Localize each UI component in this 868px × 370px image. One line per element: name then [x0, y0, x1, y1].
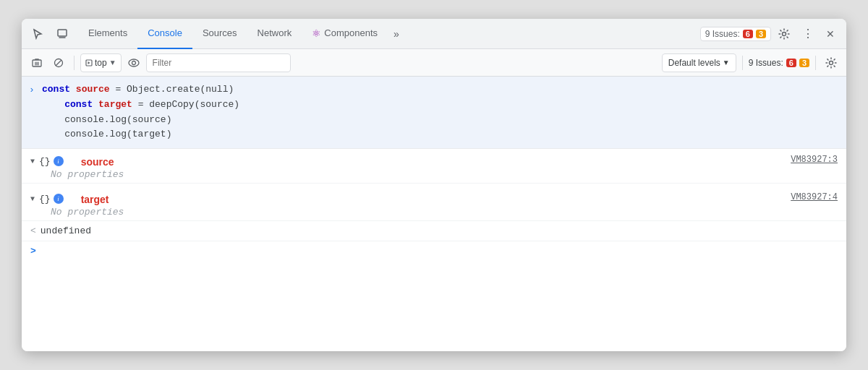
error-count-badge: 6 [743, 30, 753, 38]
code-line-1: const source = Object.create(null) [42, 82, 838, 98]
block-btn[interactable] [49, 53, 68, 72]
console-toolbar: top ▼ Default levels ▼ 9 Issues: 6 3 [22, 49, 846, 77]
issues-badge[interactable]: 9 Issues: 6 3 [700, 27, 771, 41]
dots-icon: ⋮ [802, 27, 813, 40]
tab-bar-right: 9 Issues: 6 3 ⋮ ✕ [700, 24, 841, 44]
clear-icon [32, 58, 42, 68]
eye-icon [128, 59, 140, 67]
console-settings-btn[interactable] [822, 53, 841, 72]
code-line-3: console.log(source) [42, 113, 838, 128]
console-output: › const source = Object.create(null) con… [22, 77, 846, 351]
obj1-no-props: No properties [30, 168, 838, 180]
close-icon: ✕ [826, 28, 835, 40]
settings-icon [778, 28, 790, 40]
context-selector[interactable]: top ▼ [80, 53, 122, 72]
svg-point-4 [129, 59, 139, 66]
code-line-4: console.log(target) [42, 127, 838, 142]
obj2-info-icon[interactable]: i [54, 194, 64, 204]
prompt-arrow: > [30, 246, 36, 257]
obj1-vm-link[interactable]: VM83927:3 [791, 155, 838, 165]
more-options-btn[interactable]: ⋮ [797, 24, 817, 44]
prompt-row[interactable]: > [22, 241, 846, 261]
code-line-2: const target = deepCopy(source) [42, 98, 838, 113]
undefined-row: < undefined [22, 221, 846, 241]
toolbar-divider-3 [815, 56, 816, 70]
tab-network[interactable]: Network [247, 19, 302, 49]
issues-count-toolbar[interactable]: 9 Issues: 6 3 [749, 58, 809, 68]
obj2-label: target [81, 194, 109, 205]
tab-console[interactable]: Console [137, 19, 192, 49]
obj1-label: source [81, 156, 114, 168]
eye-btn[interactable] [124, 53, 143, 72]
toolbar-divider-2 [742, 56, 743, 70]
tab-more-btn[interactable]: » [388, 19, 405, 49]
play-icon [85, 59, 93, 66]
obj2-vm-link[interactable]: VM83927:4 [791, 192, 838, 202]
warning-count-badge: 3 [756, 30, 766, 38]
undefined-text: undefined [41, 225, 91, 236]
obj1-content: ▼ {} i source No properties [30, 155, 838, 180]
issues-label-toolbar: 9 Issues: [749, 58, 783, 68]
tab-components[interactable]: ⚛ Components [302, 19, 388, 49]
obj2-content: ▼ {} i target No properties [30, 192, 838, 218]
clear-console-btn[interactable] [27, 53, 46, 72]
block-icon [54, 58, 64, 68]
console-object-row-1: ▼ {} i source No properties VM83927:3 [22, 149, 846, 184]
obj1-triangle[interactable]: ▼ [30, 158, 35, 165]
obj2-brace: {} [39, 194, 51, 205]
obj1-brace: {} [39, 156, 51, 167]
context-arrow: ▼ [109, 59, 116, 66]
toolbar-divider-1 [74, 56, 75, 70]
code-block: › const source = Object.create(null) con… [22, 77, 846, 149]
tab-elements[interactable]: Elements [78, 19, 137, 49]
obj2-triangle[interactable]: ▼ [30, 195, 35, 203]
svg-rect-0 [58, 30, 67, 36]
tab-bar-left-icons [27, 24, 72, 44]
obj1-info-icon[interactable]: i [54, 156, 64, 166]
devtools-window: Elements Console Sources Network ⚛ Compo… [22, 19, 846, 351]
settings-btn[interactable] [774, 24, 794, 44]
filter-input[interactable] [146, 53, 291, 72]
obj2-no-props: No properties [30, 205, 838, 218]
tab-bar: Elements Console Sources Network ⚛ Compo… [22, 19, 846, 49]
obj2-header: ▼ {} i target [30, 192, 838, 205]
layers-icon [56, 28, 68, 40]
components-icon: ⚛ [312, 27, 321, 39]
warning-badge-toolbar: 3 [799, 59, 809, 67]
svg-point-5 [132, 61, 135, 64]
console-settings-icon [825, 57, 837, 69]
close-btn[interactable]: ✕ [820, 24, 841, 44]
tab-sources[interactable]: Sources [192, 19, 247, 49]
lt-sign: < [30, 225, 36, 236]
console-object-row-2: ▼ {} i target No properties VM83927:4 [22, 186, 846, 221]
cursor-icon-btn[interactable] [27, 24, 48, 44]
layers-icon-btn[interactable] [52, 24, 72, 44]
error-badge-toolbar: 6 [786, 59, 796, 67]
obj1-header: ▼ {} i source [30, 155, 838, 168]
code-prompt-arrow: › [29, 83, 35, 98]
levels-selector[interactable]: Default levels ▼ [662, 53, 736, 72]
cursor-icon [32, 28, 43, 40]
